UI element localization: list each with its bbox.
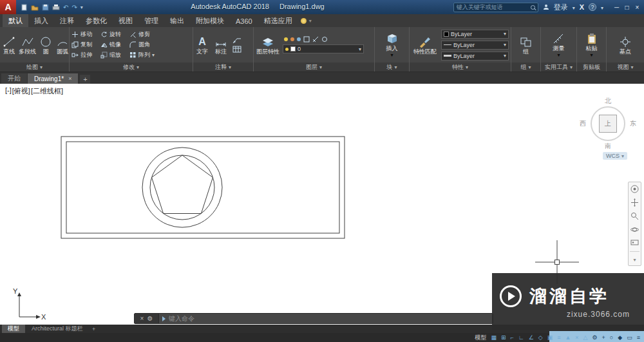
annotation-visibility-icon[interactable]: ▲ xyxy=(565,333,571,342)
orbit-icon[interactable] xyxy=(630,225,639,234)
plot-icon[interactable] xyxy=(52,4,60,11)
ribbon-tab-annotate[interactable]: 注释 xyxy=(54,14,80,27)
layer-freeze-icon[interactable] xyxy=(290,37,294,41)
qat-dropdown-icon[interactable]: ▾ xyxy=(80,5,83,10)
tool-insert-block[interactable]: 插入 xyxy=(385,32,399,58)
command-customize-icon[interactable]: ⚙ xyxy=(147,315,153,322)
signin-dropdown-icon[interactable] xyxy=(573,3,575,11)
application-menu-button[interactable]: A xyxy=(0,0,16,14)
help-icon[interactable]: ? xyxy=(589,3,596,11)
viewcube-north[interactable]: 北 xyxy=(605,97,611,106)
visual-style-control[interactable]: [二维线框] xyxy=(31,86,63,96)
restore-button[interactable]: □ xyxy=(622,4,632,11)
panel-modify-footer[interactable]: 修改 xyxy=(70,62,193,71)
ribbon-tab-output[interactable]: 输出 xyxy=(164,14,190,27)
clean-screen-icon[interactable]: ▭ xyxy=(627,333,632,342)
ribbon-tab-view[interactable]: 视图 xyxy=(113,14,138,27)
panel-block-footer[interactable]: 块 xyxy=(375,62,409,71)
navbar-dropdown-icon[interactable]: ▾ xyxy=(633,257,636,263)
graphics-performance-icon[interactable]: ◆ xyxy=(618,333,622,342)
tool-rotate[interactable]: 旋转 xyxy=(100,30,126,39)
tool-scale[interactable]: 缩放 xyxy=(100,51,126,59)
tool-text[interactable]: A 文字 xyxy=(195,35,209,55)
pan-icon[interactable] xyxy=(630,198,639,207)
minimize-button[interactable]: ─ xyxy=(612,4,621,11)
snap-icon[interactable]: ⊞ xyxy=(501,333,506,342)
viewport-menu-control[interactable]: [-] xyxy=(5,86,12,96)
panel-annotation-footer[interactable]: 注释 xyxy=(193,62,253,71)
tool-dimension[interactable]: 标注 xyxy=(214,35,228,55)
signin-button[interactable]: 登录 xyxy=(554,3,568,12)
tool-array[interactable]: 阵列 xyxy=(129,51,155,59)
file-tab-drawing1[interactable]: Drawing1* × xyxy=(28,73,78,84)
panel-properties-footer[interactable]: 特性 xyxy=(410,62,511,71)
layer-match-icon[interactable] xyxy=(312,36,319,43)
layer-lock-icon[interactable] xyxy=(297,37,301,41)
tool-group[interactable]: 组 xyxy=(519,35,533,55)
zoom-icon[interactable] xyxy=(630,212,639,220)
ribbon-tab-featured-apps[interactable]: 精选应用 xyxy=(258,14,298,27)
undo-icon[interactable]: ↶ xyxy=(63,4,68,11)
annotation-monitor-icon[interactable]: + xyxy=(602,333,605,342)
grid-icon[interactable]: ▦ xyxy=(491,333,497,342)
outer-circle[interactable] xyxy=(142,147,222,227)
panel-layers-footer[interactable]: 图层 xyxy=(254,62,374,71)
layer-isolate-icon[interactable] xyxy=(303,36,310,43)
search-icon[interactable] xyxy=(531,5,535,10)
leader-icon[interactable] xyxy=(232,37,242,44)
tool-measure[interactable]: 测量 xyxy=(552,32,566,58)
new-drawing-tab-button[interactable]: + xyxy=(80,75,90,84)
ribbon-tab-insert[interactable]: 插入 xyxy=(28,14,54,27)
help-dropdown-icon[interactable] xyxy=(601,3,603,11)
wcs-dropdown[interactable]: WCS xyxy=(603,152,627,160)
polar-tracking-icon[interactable]: ∠ xyxy=(529,333,534,342)
pentagon[interactable] xyxy=(152,155,213,214)
model-space-button[interactable]: 模型 xyxy=(475,334,486,342)
search-input[interactable] xyxy=(457,4,531,10)
open-folder-icon[interactable] xyxy=(31,4,39,11)
panel-view-footer[interactable]: 视图 xyxy=(607,62,644,71)
infer-constraints-icon[interactable]: ⌐ xyxy=(511,333,514,342)
redo-icon[interactable]: ↷ xyxy=(71,4,77,11)
tool-base-point[interactable]: 基点 xyxy=(618,35,632,55)
save-icon[interactable] xyxy=(42,4,49,11)
object-isolate-icon[interactable]: ○ xyxy=(610,333,613,342)
ortho-icon[interactable]: ∟ xyxy=(518,333,524,342)
layer-on-icon[interactable] xyxy=(284,37,288,41)
navigation-wheel-icon[interactable] xyxy=(630,185,639,193)
file-tab-start[interactable]: 开始 xyxy=(1,73,27,84)
inner-circle[interactable] xyxy=(150,155,214,220)
tool-line[interactable]: 直线 xyxy=(2,35,16,55)
command-close-icon[interactable]: × xyxy=(140,315,144,322)
workspace-gear-icon[interactable]: ⚙ xyxy=(592,333,598,342)
ribbon-tab-parametric[interactable]: 参数化 xyxy=(80,14,113,27)
viewcube[interactable]: 北 南 西 东 上 xyxy=(583,99,632,148)
layout-tab-model[interactable]: 模型 xyxy=(2,325,25,333)
panel-utilities-footer[interactable]: 实用工具 xyxy=(541,62,576,71)
tool-polyline[interactable]: 多段线 xyxy=(19,35,36,55)
exchange-apps-icon[interactable]: X xyxy=(580,3,584,11)
customize-icon[interactable]: ≡ xyxy=(637,333,640,342)
close-button[interactable]: × xyxy=(632,4,642,11)
tool-match-properties[interactable]: 特性匹配 xyxy=(412,35,439,55)
lineweight-dropdown[interactable]: ByLayer xyxy=(441,52,509,61)
isodraft-icon[interactable]: ◇ xyxy=(538,333,543,342)
file-tab-close-icon[interactable]: × xyxy=(68,75,71,82)
command-input[interactable] xyxy=(169,315,493,322)
panel-draw-footer[interactable]: 绘图 xyxy=(0,62,69,71)
viewcube-south[interactable]: 南 xyxy=(605,142,611,151)
panel-groups-footer[interactable]: 组 xyxy=(511,62,540,71)
tool-stretch[interactable]: 拉伸 xyxy=(71,51,97,59)
ribbon-tab-a360[interactable]: A360 xyxy=(230,14,258,27)
lineweight-icon[interactable]: ≡ xyxy=(557,333,560,342)
object-color-dropdown[interactable]: ByLayer xyxy=(441,30,509,39)
ribbon-tab-home[interactable]: 默认 xyxy=(3,14,28,27)
viewcube-top-face[interactable]: 上 xyxy=(599,115,617,133)
autoscale-icon[interactable]: × xyxy=(575,333,578,342)
inner-rectangle[interactable] xyxy=(66,142,339,233)
viewcube-east[interactable]: 东 xyxy=(630,119,636,128)
tool-arc[interactable]: 圆弧 xyxy=(55,35,70,55)
ribbon-display-toggle-icon[interactable] xyxy=(309,14,312,27)
tool-copy[interactable]: 复制 xyxy=(71,41,97,49)
layer-walk-icon[interactable] xyxy=(321,36,328,43)
